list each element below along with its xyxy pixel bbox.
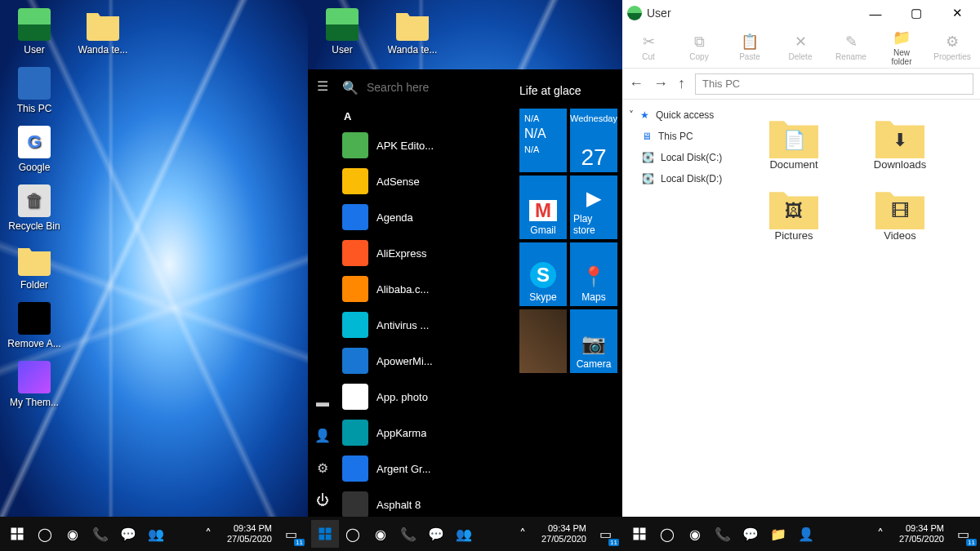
chrome-icon[interactable]: ◉	[59, 520, 87, 548]
start-button[interactable]	[626, 520, 653, 548]
start-search[interactable]: 🔍	[337, 69, 514, 105]
hamburger-icon[interactable]: ☰	[308, 69, 337, 102]
app-item[interactable]: Antivirus ...	[337, 307, 514, 343]
action-center-icon[interactable]: ▭	[277, 520, 305, 548]
phone-icon[interactable]: 📞	[394, 520, 422, 548]
taskbar-clock[interactable]: 09:34 PM27/05/2020	[222, 523, 277, 544]
start-app-list: 🔍 A APK Edito...AdSenseAgendaAliExpressA…	[337, 69, 514, 517]
address-bar[interactable]	[695, 73, 973, 95]
ribbon-paste[interactable]: 📋Paste	[732, 33, 768, 61]
start-button[interactable]	[311, 520, 339, 548]
back-button[interactable]: ←	[629, 75, 644, 92]
cortana-icon[interactable]: ◯	[31, 520, 59, 548]
desktop-icon-user[interactable]: User	[2, 3, 67, 60]
tray-chevron-icon[interactable]: ˄	[194, 520, 222, 548]
desktop-icon-user[interactable]: User	[310, 3, 375, 60]
chrome-icon[interactable]: ◉	[681, 520, 709, 548]
ribbon-new-folder[interactable]: 📁New folder	[884, 29, 920, 66]
folder-label: Videos	[884, 229, 916, 242]
desktop-icon-thispc[interactable]: This PC	[2, 62, 67, 119]
rail-apps-icon[interactable]: ▬	[308, 386, 337, 419]
app-item[interactable]: Argent Gr...	[337, 451, 514, 487]
clock-date: 27/05/2020	[227, 534, 272, 544]
letter-header[interactable]: A	[337, 105, 514, 127]
taskbar-clock[interactable]: 09:34 PM27/05/2020	[894, 523, 949, 544]
account-icon[interactable]: 👤	[792, 520, 820, 548]
start-button[interactable]	[3, 520, 31, 548]
tile-playstore[interactable]: ▶Play store	[570, 176, 617, 239]
tile-gallery[interactable]	[519, 309, 567, 373]
desktop-icon-folder[interactable]: Folder	[2, 238, 67, 295]
tray-chevron-icon[interactable]: ˄	[866, 520, 894, 548]
cortana-icon[interactable]: ◯	[653, 520, 681, 548]
app-item[interactable]: APK Edito...	[337, 127, 514, 163]
messages-icon[interactable]: 💬	[114, 520, 142, 548]
app-item[interactable]: App. photo	[337, 379, 514, 415]
tile-skype[interactable]: SSkype	[519, 242, 567, 306]
disk-icon: 💽	[642, 152, 654, 163]
sidebar-disk-c[interactable]: 💽Local Disk(C:)	[627, 147, 732, 168]
desktop-icon-wanda[interactable]: Wanda te...	[380, 3, 445, 60]
rail-settings-icon[interactable]: ⚙	[308, 451, 337, 484]
rail-user-icon[interactable]: 👤	[308, 419, 337, 451]
explorer-icon[interactable]: 📁	[764, 520, 792, 548]
messages-icon[interactable]: 💬	[422, 520, 450, 548]
sidebar-thispc[interactable]: 🖥This PC	[627, 126, 732, 147]
folder-downloads[interactable]: ⬇Downloads	[859, 116, 941, 171]
tile-camera[interactable]: 📷Camera	[570, 309, 617, 373]
app-item[interactable]: Agenda	[337, 199, 514, 235]
ribbon-rename[interactable]: ✎Rename	[833, 33, 869, 61]
app-item[interactable]: AliExpress	[337, 235, 514, 271]
sidebar-disk-d[interactable]: 💽Local Disk(D:)	[627, 168, 732, 189]
app-label: AliExpress	[376, 247, 426, 260]
desktop-icon-wanda[interactable]: Wanda te...	[70, 3, 136, 60]
desktop-icon-mythemes[interactable]: My Them...	[2, 356, 67, 413]
search-input[interactable]	[367, 81, 510, 94]
action-center-icon[interactable]: ▭	[591, 520, 619, 548]
rail-power-icon[interactable]: ⏻	[308, 484, 337, 517]
taskbar-clock[interactable]: 09:34 PM27/05/2020	[537, 523, 591, 544]
ribbon-delete[interactable]: ✕Delete	[782, 33, 818, 61]
folder-pictures[interactable]: 🖼Pictures	[753, 187, 835, 242]
desktop-icon-removea[interactable]: Remove A...	[2, 297, 67, 354]
app-item[interactable]: AppKarma	[337, 415, 514, 451]
tile-gmail[interactable]: MGmail	[519, 176, 567, 239]
phone-icon[interactable]: 📞	[87, 520, 114, 548]
up-button[interactable]: ↑	[678, 75, 685, 92]
cortana-icon[interactable]: ◯	[339, 520, 367, 548]
messages-icon[interactable]: 💬	[737, 520, 764, 548]
tray-chevron-icon[interactable]: ˄	[509, 520, 537, 548]
tiles-heading: Life at glace	[519, 73, 617, 109]
folder-videos[interactable]: 🎞Videos	[859, 187, 941, 242]
camera-icon: 📷	[581, 332, 606, 355]
sidebar-quickaccess[interactable]: ˅★Quick access	[627, 104, 732, 126]
app-label: AppKarma	[376, 427, 426, 439]
ribbon-properties[interactable]: ⚙Properties	[934, 33, 970, 61]
folder-icon: 🖼	[769, 187, 818, 229]
chrome-icon[interactable]: ◉	[367, 520, 394, 548]
tile-calendar[interactable]: Wednesday 27	[570, 109, 617, 172]
desktop-screen-1: User This PC GGoogle 🗑Recycle Bin Folder…	[0, 0, 308, 551]
app-item[interactable]: Asphalt 8	[337, 487, 514, 517]
desktop-icon-recyclebin[interactable]: 🗑Recycle Bin	[2, 180, 67, 237]
ribbon-copy[interactable]: ⧉Copy	[681, 33, 717, 61]
maximize-button[interactable]: ▢	[898, 1, 934, 25]
contacts-icon[interactable]: 👥	[142, 520, 170, 548]
contacts-icon[interactable]: 👥	[450, 520, 478, 548]
tile-weather[interactable]: N/A N/A N/A	[519, 109, 567, 172]
tile-maps[interactable]: 📍Maps	[570, 242, 617, 306]
clock-date: 27/05/2020	[899, 534, 944, 544]
ribbon-cut[interactable]: ✂Cut	[630, 33, 666, 61]
desktop-icon-google[interactable]: GGoogle	[2, 121, 67, 178]
close-button[interactable]: ✕	[939, 1, 975, 25]
app-item[interactable]: AdSense	[337, 163, 514, 199]
minimize-button[interactable]: —	[858, 1, 893, 25]
folder-document[interactable]: 📄Document	[753, 116, 835, 171]
phone-icon[interactable]: 📞	[709, 520, 737, 548]
forward-button[interactable]: →	[653, 75, 668, 92]
app-item[interactable]: Alibaba.c...	[337, 271, 514, 307]
app-item[interactable]: ApowerMi...	[337, 343, 514, 379]
app-icon	[342, 240, 368, 266]
file-grid: 📄Document⬇Downloads🖼Pictures🎞Videos	[737, 100, 980, 551]
action-center-icon[interactable]: ▭	[949, 520, 977, 548]
